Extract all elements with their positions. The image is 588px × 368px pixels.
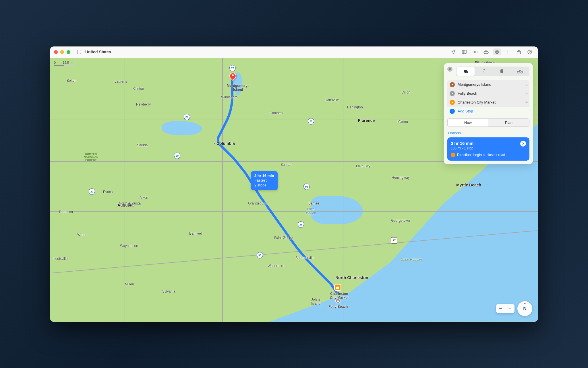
zoom-control: − +	[496, 304, 514, 313]
forest-label: SUMTER NATIONAL FOREST	[84, 153, 98, 162]
stop-row[interactable]: ● Folly Beach ≡	[447, 89, 529, 98]
svg-point-3	[486, 51, 488, 54]
svg-point-4	[495, 50, 499, 54]
city-newberry: Newberry	[136, 102, 151, 106]
drag-handle-icon[interactable]: ≡	[525, 91, 527, 96]
shield-i20: 20	[308, 118, 314, 124]
add-icon[interactable]	[504, 48, 512, 55]
settings-icon[interactable]	[493, 48, 501, 55]
shield-i77: 77	[229, 65, 236, 71]
mode-drive-tab[interactable]	[457, 67, 475, 76]
window-maximize-button[interactable]	[67, 50, 70, 54]
add-stop-button[interactable]: + Add Stop	[447, 107, 529, 116]
scale-distance: 12.5 mi	[63, 61, 73, 64]
city-laurens: Laurens	[115, 79, 127, 83]
city-saluda: Saluda	[137, 143, 148, 147]
destination-pin[interactable]	[334, 284, 341, 291]
stop-row[interactable]: ● Charleston City Market ≡	[447, 98, 529, 107]
city-orangeburg: Orangeburg	[248, 201, 266, 205]
label-cape: Cape Romain	[401, 258, 422, 262]
stop-label: Folly Beach	[458, 91, 523, 96]
route-warning-text: Directions begin at closest road	[457, 153, 505, 157]
city-georgetown: Georgetown	[391, 219, 410, 223]
transport-mode-tabs	[456, 67, 529, 76]
city-santee: Santee	[308, 201, 319, 205]
city-summerville: Summerville	[295, 256, 314, 260]
toolbar: United States 3D	[50, 46, 538, 58]
svg-point-17	[502, 72, 503, 72]
drag-handle-icon[interactable]: ≡	[525, 100, 527, 105]
svg-rect-15	[500, 69, 503, 73]
city-sylvania: Sylvania	[162, 289, 175, 293]
zoom-in-button[interactable]: +	[505, 304, 514, 313]
share-icon[interactable]	[514, 48, 523, 55]
segment-plan[interactable]: Plan	[488, 119, 529, 126]
app-window: United States 3D	[50, 46, 538, 322]
scale-bar	[54, 65, 74, 66]
city-marion: Marion	[397, 120, 408, 124]
shield-i95: 95	[303, 184, 310, 190]
map-canvas[interactable]: 3 hr 16 min Fastest 2 stops 0 12.5 mi SU…	[50, 58, 538, 322]
window-minimize-button[interactable]	[60, 50, 64, 54]
label-lakemarion: Lake Marion	[305, 207, 316, 215]
route-subtitle: 185 mi · 1 stop	[451, 146, 526, 150]
3d-toggle[interactable]: 3D	[471, 50, 479, 54]
account-icon[interactable]	[525, 48, 534, 55]
city-darlington: Darlington	[347, 105, 363, 109]
city-wrens: Wrens	[77, 233, 87, 237]
city-winnsboro: Winnsboro	[221, 95, 237, 99]
mode-cycle-tab[interactable]	[511, 67, 529, 76]
mode-transit-tab[interactable]	[493, 67, 511, 76]
compass-button[interactable]: N	[517, 301, 532, 316]
city-barnwell: Barnwell	[189, 231, 202, 235]
zoom-out-button[interactable]: −	[496, 304, 505, 313]
map-mode-icon[interactable]	[460, 48, 469, 55]
stop-label: Charleston City Market	[458, 100, 523, 104]
segment-now[interactable]: Now	[448, 119, 488, 126]
svg-rect-11	[336, 287, 339, 289]
compass-label: N	[523, 306, 527, 311]
svg-point-16	[501, 72, 502, 72]
route-result-card[interactable]: 3 hr 16 min 185 mi · 1 stop ! Directions…	[447, 137, 529, 161]
stop-marker-icon: ●	[450, 100, 455, 105]
city-waynesboro: Waynesboro	[120, 244, 139, 248]
route-time: 3 hr 16 min	[451, 141, 526, 146]
options-link[interactable]: Options	[447, 130, 529, 137]
location-icon[interactable]	[449, 48, 458, 55]
stop-label: Montgomerys Island	[458, 82, 523, 87]
city-florence: Florence	[358, 118, 375, 123]
city-clinton: Clinton	[133, 87, 144, 91]
city-aiken: Aiken	[140, 196, 148, 200]
window-close-button[interactable]	[54, 50, 58, 54]
transit-icon	[500, 69, 504, 74]
shield-i20: 20	[89, 188, 95, 195]
callout-time: 3 hr 16 min	[254, 174, 274, 178]
warning-icon: !	[451, 153, 455, 157]
plus-icon: +	[450, 109, 455, 114]
city-naugusta: North Augusta	[119, 201, 141, 205]
city-folly: Folly Beach	[328, 305, 348, 309]
svg-point-5	[496, 51, 498, 52]
binoculars-icon[interactable]	[482, 48, 490, 55]
traffic-lights	[54, 50, 70, 54]
city-hartsville: Hartsville	[325, 98, 339, 102]
stop-marker-icon: ●	[450, 82, 455, 87]
mode-walk-tab[interactable]	[475, 67, 493, 76]
stops-list: ● Montgomerys Island ≡ ● Folly Beach ≡ ●…	[447, 80, 529, 116]
svg-rect-0	[76, 50, 81, 54]
city-thomson: Thomson	[59, 210, 73, 214]
panel-close-button[interactable]: ✕	[447, 67, 452, 72]
city-lakecity: Lake City	[356, 164, 370, 168]
route-callout[interactable]: 3 hr 16 min Fastest 2 stops	[251, 171, 278, 190]
car-icon	[463, 69, 469, 73]
drag-handle-icon[interactable]: ≡	[525, 82, 527, 87]
scale-zero: 0	[54, 61, 56, 64]
stop-row[interactable]: ● Montgomerys Island ≡	[447, 80, 529, 89]
city-walterboro: Walterboro	[268, 264, 284, 268]
city-myrtle: Myrtle Beach	[456, 183, 481, 187]
bag-icon	[336, 286, 339, 289]
city-dillon: Dillon	[402, 90, 410, 94]
city-columbia: Columbia	[216, 141, 235, 146]
sidebar-toggle-button[interactable]	[76, 50, 81, 54]
origin-pin[interactable]	[229, 73, 236, 79]
